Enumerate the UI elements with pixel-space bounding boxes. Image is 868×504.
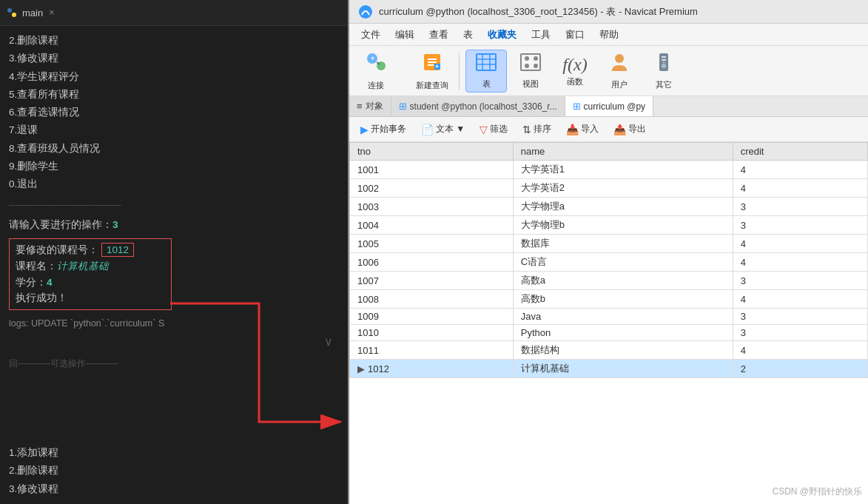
table-row[interactable]: 1007高数a3 <box>350 272 868 290</box>
list-item: 4.学生课程评分 <box>9 68 339 86</box>
prompt-text: 请输入要进行的操作：3 <box>9 217 339 233</box>
new-query-button[interactable]: + 新建查询 <box>411 50 453 93</box>
cell-credit: 3 <box>733 272 867 290</box>
view-label: 视图 <box>522 78 539 90</box>
cell-name: 大学英语2 <box>513 179 733 198</box>
cell-name: 大学英语1 <box>513 161 733 179</box>
menu-help[interactable]: 帮助 <box>593 27 625 43</box>
menu-items-top: 2.删除课程 3.修改课程 4.学生课程评分 5.查看所有课程 6.查看选课情况… <box>9 32 339 194</box>
cell-name: 大学物理a <box>513 198 733 216</box>
function-button[interactable]: f(x) 函数 <box>554 50 596 93</box>
menu-edit[interactable]: 编辑 <box>389 27 420 43</box>
cell-name: 数据库 <box>513 235 733 253</box>
svg-point-0 <box>7 8 12 13</box>
navicat-panel: curriculum @python (localhost_3306_root_… <box>348 0 868 504</box>
table-row[interactable]: 1008高数b4 <box>350 290 868 309</box>
navicat-menubar: 文件 编辑 查看 表 收藏夹 工具 窗口 帮助 <box>349 24 868 46</box>
begin-tx-button[interactable]: ▶ 开始事务 <box>355 121 411 138</box>
toolbar-separator-1 <box>459 53 460 90</box>
window-title: curriculum @python (localhost_3306_root_… <box>379 5 698 19</box>
separator-2: 回-----------可选操作----------- <box>9 357 339 371</box>
separator-1: -------------------------------------- <box>9 198 339 212</box>
navicat-tabs: ≡ 对象 ⊞ student @python (localhost_3306_r… <box>349 96 868 117</box>
table-row[interactable]: 1002大学英语24 <box>350 179 868 198</box>
user-button[interactable]: 用户 <box>599 50 640 93</box>
navicat-toolbar: + 连接 + 新建查询 表 视图 f(x) 函数 <box>349 46 868 96</box>
cell-tno: 1008 <box>350 290 514 309</box>
table-row[interactable]: 1010Python3 <box>350 325 868 341</box>
svg-point-1 <box>12 13 16 17</box>
cell-tno: 1002 <box>350 179 514 198</box>
cell-tno: 1001 <box>350 161 514 179</box>
table-row[interactable]: 1001大学英语14 <box>350 161 868 179</box>
connect-button[interactable]: + 连接 <box>355 50 397 93</box>
new-query-label: 新建查询 <box>416 80 448 91</box>
table-button[interactable]: 表 <box>465 50 507 93</box>
svg-point-24 <box>615 54 624 63</box>
user-label: 用户 <box>611 79 628 90</box>
cell-credit: 3 <box>733 309 867 325</box>
cell-name: 数据结构 <box>513 341 733 360</box>
tab-object[interactable]: ≡ 对象 <box>349 96 391 116</box>
connect-label: 连接 <box>368 80 384 91</box>
table-row[interactable]: 1011数据结构4 <box>350 341 868 360</box>
other-icon <box>653 52 674 78</box>
export-button[interactable]: 📤 导出 <box>608 121 651 138</box>
svg-text:+: + <box>435 63 439 70</box>
col-header-name: name <box>513 143 733 161</box>
cell-credit: 3 <box>733 325 867 341</box>
menu-file[interactable]: 文件 <box>355 27 386 43</box>
cell-name: C语言 <box>513 253 733 272</box>
curriculum-tab-icon: ⊞ <box>573 101 581 112</box>
table-row[interactable]: 1005数据库4 <box>350 235 868 253</box>
tab-object-label: 对象 <box>366 100 383 112</box>
menu-tools[interactable]: 工具 <box>525 27 556 43</box>
table-row[interactable]: ▶1012计算机基础2 <box>350 360 868 378</box>
menu-table[interactable]: 表 <box>457 27 479 43</box>
view-icon <box>519 53 542 77</box>
other-button[interactable]: 其它 <box>643 50 684 93</box>
list-item: 5.查看所有课程 <box>9 86 339 104</box>
text-button[interactable]: 📄 文本 ▼ <box>416 121 470 138</box>
cell-tno: 1010 <box>350 325 514 341</box>
list-item: 8.查看班级人员情况 <box>9 140 339 158</box>
list-item: 2.删除课程 <box>9 32 339 50</box>
table-row[interactable]: 1006C语言4 <box>350 253 868 272</box>
cell-tno: 1006 <box>350 253 514 272</box>
cell-credit: 4 <box>733 290 867 309</box>
svg-text:+: + <box>371 55 374 62</box>
table-header-row: tno name credit <box>350 143 868 161</box>
tab-student[interactable]: ⊞ student @python (localhost_3306_r... <box>391 96 565 116</box>
tab-curriculum[interactable]: ⊞ curriculum @py <box>565 96 654 116</box>
import-button[interactable]: 📥 导入 <box>561 121 604 138</box>
new-query-icon: + <box>421 51 443 78</box>
list-item: 0.退出 <box>9 175 339 193</box>
terminal-content: 2.删除课程 3.修改课程 4.学生课程评分 5.查看所有课程 6.查看选课情况… <box>0 26 348 441</box>
view-button[interactable]: 视图 <box>510 50 551 93</box>
tab-close-button[interactable]: × <box>49 7 54 18</box>
cell-credit: 2 <box>733 360 867 378</box>
scroll-indicator[interactable]: ∨ <box>9 331 339 353</box>
menu-view[interactable]: 查看 <box>423 27 454 43</box>
table-row[interactable]: 1004大学物理b3 <box>350 216 868 235</box>
table-row[interactable]: 1003大学物理a3 <box>350 198 868 216</box>
cell-tno: 1004 <box>350 216 514 235</box>
cell-credit: 4 <box>733 253 867 272</box>
sort-button[interactable]: ⇅ 排序 <box>517 121 556 138</box>
filter-button[interactable]: ▽ 筛选 <box>474 121 513 138</box>
watermark: CSDN @野指针的快乐 <box>772 485 862 498</box>
cell-tno: 1011 <box>350 341 514 360</box>
svg-point-20 <box>525 56 529 61</box>
success-message: 执行成功！ <box>16 290 165 306</box>
cell-tno: ▶1012 <box>350 360 514 378</box>
course-no-row: 要修改的课程号：1012 <box>16 242 165 258</box>
cell-credit: 3 <box>733 198 867 216</box>
tab-student-label: student @python (localhost_3306_r... <box>410 101 557 112</box>
table-row[interactable]: 1009Java3 <box>350 309 868 325</box>
menu-window[interactable]: 窗口 <box>559 27 591 43</box>
svg-rect-14 <box>477 54 496 70</box>
import-icon: 📥 <box>566 124 579 135</box>
course-name-row: 课程名：计算机基础 <box>16 258 165 275</box>
menu-favorites[interactable]: 收藏夹 <box>482 27 522 43</box>
list-item: 7.退课 <box>9 121 339 139</box>
